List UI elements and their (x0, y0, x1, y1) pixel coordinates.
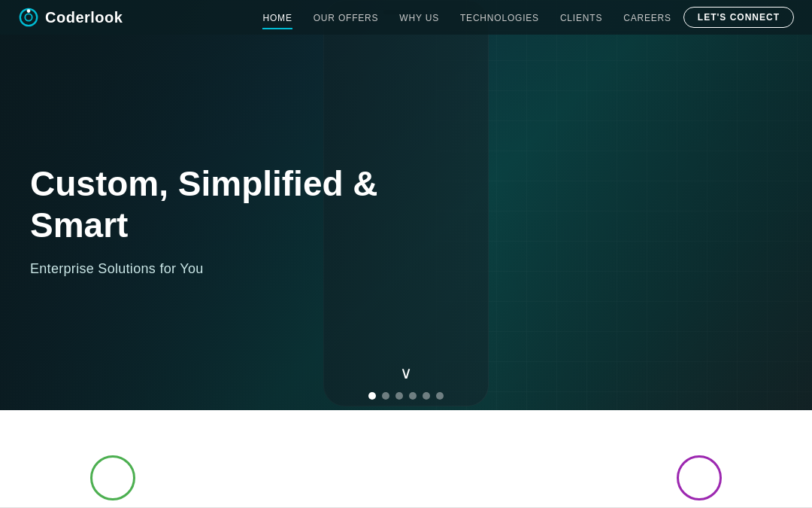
hero-section: Custom, Simplified & Smart Enterprise So… (0, 0, 812, 410)
logo-text: Coderlook (45, 9, 123, 26)
dot-1[interactable] (368, 392, 376, 400)
nav-item-careers[interactable]: CAREERS (623, 11, 671, 24)
nav-item-home[interactable]: HOME (262, 11, 292, 24)
slider-dots (368, 392, 444, 400)
feature-icon-purple (677, 455, 722, 500)
hero-title: Custom, Simplified & Smart (30, 163, 466, 246)
hero-subtitle: Enterprise Solutions for You (30, 261, 466, 277)
nav-link-careers[interactable]: CAREERS (623, 13, 671, 23)
dot-3[interactable] (395, 392, 403, 400)
dot-6[interactable] (436, 392, 444, 400)
dot-4[interactable] (409, 392, 417, 400)
lets-connect-button[interactable]: LET'S CONNECT (683, 7, 794, 28)
logo[interactable]: Coderlook (18, 7, 123, 28)
dot-2[interactable] (382, 392, 389, 400)
nav-item-why-us[interactable]: WHY US (399, 11, 439, 24)
nav-item-technologies[interactable]: TECHNOLOGIES (460, 11, 539, 24)
nav-item-our-offers[interactable]: OUR OFFERS (314, 11, 379, 24)
nav-link-clients[interactable]: CLIENTS (560, 13, 602, 23)
nav-link-our-offers[interactable]: OUR OFFERS (314, 13, 379, 23)
scroll-down-indicator[interactable]: ∨ (400, 364, 412, 383)
nav-links: HOME OUR OFFERS WHY US TECHNOLOGIES CLIE… (262, 11, 671, 24)
nav-item-clients[interactable]: CLIENTS (560, 11, 602, 24)
svg-point-2 (27, 9, 31, 13)
hero-content: Custom, Simplified & Smart Enterprise So… (0, 163, 466, 277)
white-section (0, 410, 812, 508)
navbar: Coderlook HOME OUR OFFERS WHY US TECHNOL… (0, 0, 812, 35)
feature-icon-green (90, 455, 135, 500)
svg-point-1 (25, 14, 32, 20)
coderlook-logo-icon (18, 7, 39, 28)
dot-5[interactable] (423, 392, 430, 400)
nav-link-home[interactable]: HOME (262, 13, 292, 23)
nav-link-technologies[interactable]: TECHNOLOGIES (460, 13, 539, 23)
nav-link-why-us[interactable]: WHY US (399, 13, 439, 23)
